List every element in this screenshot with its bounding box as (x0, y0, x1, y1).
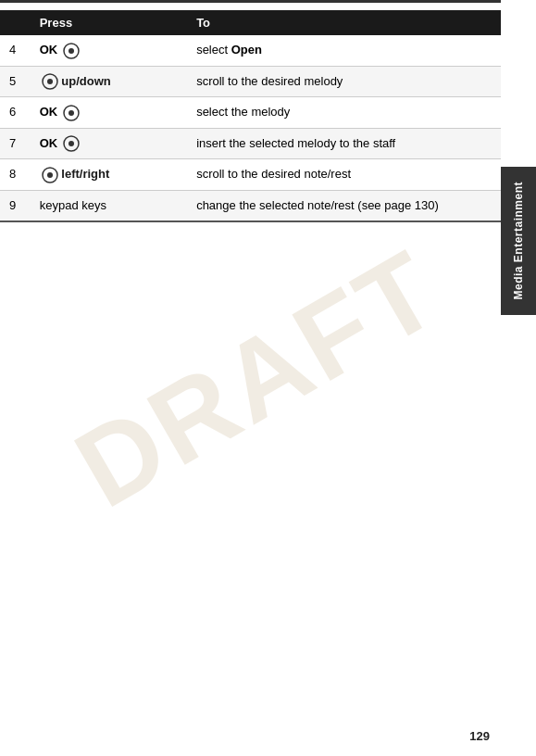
svg-point-3 (47, 79, 53, 84)
row-number: 8 (0, 159, 31, 191)
ok-label: OK (40, 43, 58, 57)
page-number: 129 (469, 729, 490, 743)
instruction-table: Press To 4OK select Open5 up/downscroll … (0, 10, 501, 222)
svg-point-9 (47, 172, 53, 178)
table-header-row: Press To (0, 10, 501, 35)
top-border (0, 0, 501, 3)
row-to: change the selected note/rest (see page … (187, 190, 501, 221)
nav-circle-icon (63, 105, 80, 121)
table-row: 7OK insert the selected melody to the st… (0, 128, 501, 159)
row-press: OK (31, 128, 187, 159)
nav-circle-icon (63, 43, 80, 59)
row-number: 6 (0, 97, 31, 129)
table-row: 6OK select the melody (0, 97, 501, 129)
nav-direction-text: up/down (61, 74, 110, 88)
table-row: 9 keypad keyschange the selected note/re… (0, 190, 501, 221)
main-content: Press To 4OK select Open5 up/downscroll … (0, 0, 501, 756)
svg-point-1 (69, 48, 74, 54)
nav-direction-text: left/right (61, 167, 109, 181)
header-press: Press (31, 10, 187, 35)
row-number: 4 (0, 35, 31, 66)
open-bold: Open (231, 43, 262, 57)
table-row: 5 up/downscroll to the desired melody (0, 66, 501, 97)
table-row: 4OK select Open (0, 35, 501, 66)
header-num (0, 10, 31, 35)
svg-point-7 (69, 141, 74, 146)
row-press: OK (31, 35, 187, 66)
table-row: 8 left/rightscroll to the desired note/r… (0, 159, 501, 191)
row-to: insert the selected melody to the staff (187, 128, 501, 159)
nav-circle-icon (42, 167, 58, 183)
row-number: 7 (0, 128, 31, 159)
row-to: select Open (187, 35, 501, 66)
row-press: keypad keys (31, 190, 187, 221)
row-number: 9 (0, 190, 31, 221)
nav-circle-icon (42, 73, 58, 90)
row-number: 5 (0, 66, 31, 97)
nav-circle-icon (63, 135, 80, 152)
ok-label: OK (40, 105, 58, 119)
sidebar-label-box: Media Entertainment (501, 167, 536, 315)
row-press: left/right (31, 159, 187, 191)
row-to: select the melody (187, 97, 501, 129)
row-to: scroll to the desired note/rest (187, 159, 501, 191)
press-extra-text: keypad keys (40, 198, 106, 212)
sidebar-label-text: Media Entertainment (512, 182, 525, 300)
ok-label: OK (40, 136, 58, 150)
page-wrapper: DRAFT Press To 4OK select Open5 up/downs… (0, 0, 536, 756)
row-press: OK (31, 97, 187, 129)
svg-point-5 (69, 110, 74, 116)
sidebar-tab: Media Entertainment (501, 0, 536, 756)
header-to: To (187, 10, 501, 35)
row-to: scroll to the desired melody (187, 66, 501, 97)
row-press: up/down (31, 66, 187, 97)
